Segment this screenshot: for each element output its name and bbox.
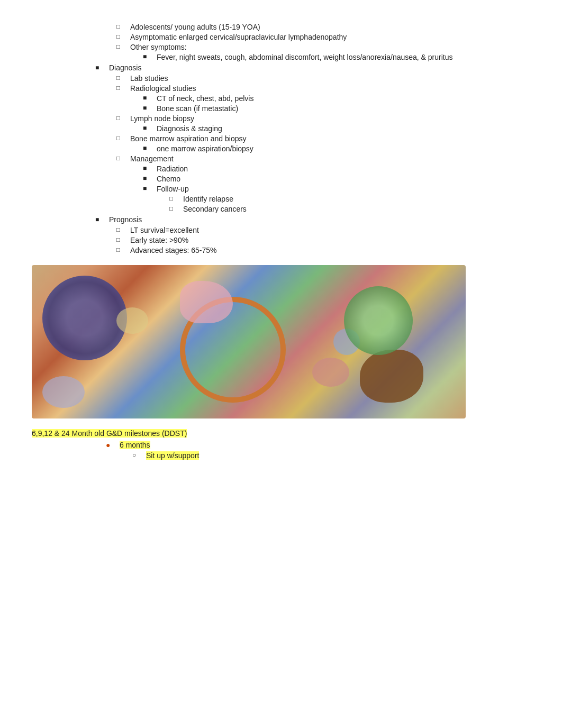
item-text: Management: [130, 154, 530, 163]
bullet-icon: ■: [143, 175, 153, 182]
diagnosis-header: ■ Diagnosis: [32, 63, 530, 72]
sit-up-item: ○ Sit up w/support: [32, 451, 530, 460]
milestones-title: 6,9,12 & 24 Month old G&D milestones (DD…: [32, 429, 530, 438]
bullet-icon: ○: [132, 451, 143, 459]
item-text: LT survival=excellent: [130, 226, 530, 234]
bullet-icon: □: [169, 205, 180, 212]
diagnosis-label: Diagnosis: [109, 63, 530, 72]
item-text: Adolescents/ young adults (15-19 YOA): [130, 23, 530, 31]
bullet-icon: ■: [95, 216, 106, 223]
sit-up-text: Sit up w/support: [146, 451, 530, 460]
bullet-icon: ■: [143, 124, 153, 132]
bullet-icon: □: [116, 154, 127, 162]
bullet-icon: □: [116, 134, 127, 142]
bullet-icon: □: [116, 114, 127, 122]
bullet-icon: ■: [143, 53, 153, 60]
bullet-icon: ●: [106, 441, 116, 449]
bullet-icon: □: [116, 226, 127, 233]
list-item: □ Management: [32, 154, 530, 163]
item-text: Diagnosis & staging: [157, 124, 530, 133]
item-text: Identify relapse: [183, 195, 530, 203]
list-item: □ LT survival=excellent: [32, 226, 530, 234]
list-item: □ Lymph node biopsy: [32, 114, 530, 123]
bullet-icon: ■: [143, 94, 153, 102]
item-text: Chemo: [157, 175, 530, 183]
list-item: ■ Diagnosis & staging: [32, 124, 530, 133]
image-decoration: [360, 350, 423, 403]
list-item: ■ Follow-up: [32, 185, 530, 193]
top-list: □ Adolescents/ young adults (15-19 YOA) …: [32, 23, 530, 61]
list-item: □ Radiological studies: [32, 84, 530, 93]
prognosis-header: ■ Prognosis: [32, 215, 530, 224]
item-text: CT of neck, chest, abd, pelvis: [157, 94, 530, 103]
item-text: Bone scan (if metastatic): [157, 104, 530, 113]
biology-image: [32, 265, 466, 418]
list-item: □ Adolescents/ young adults (15-19 YOA): [32, 23, 530, 31]
list-item: □ Identify relapse: [32, 195, 530, 203]
list-item: □ Asymptomatic enlarged cervical/supracl…: [32, 33, 530, 41]
bullet-icon: ■: [143, 144, 153, 152]
prognosis-section: ■ Prognosis □ LT survival=excellent □ Ea…: [32, 215, 530, 254]
bullet-icon: □: [116, 74, 127, 81]
item-text: Bone marrow aspiration and biopsy: [130, 134, 530, 143]
list-item: ■ CT of neck, chest, abd, pelvis: [32, 94, 530, 103]
list-item: ■ Chemo: [32, 175, 530, 183]
bullet-icon: ■: [143, 165, 153, 172]
bullet-icon: ■: [143, 185, 153, 192]
bullet-icon: □: [116, 33, 127, 40]
item-text: Radiation: [157, 165, 530, 173]
item-text: one marrow aspiration/biopsy: [157, 144, 530, 153]
bullet-icon: □: [116, 236, 127, 243]
item-text: Follow-up: [157, 185, 530, 193]
bullet-icon: □: [116, 246, 127, 253]
bullet-icon: □: [169, 195, 180, 202]
bullet-icon: ■: [143, 104, 153, 112]
six-months-label: 6 months: [120, 441, 530, 449]
list-item: □ Other symptoms:: [32, 43, 530, 51]
bullet-icon: □: [116, 84, 127, 92]
list-item: □ Bone marrow aspiration and biopsy: [32, 134, 530, 143]
diagnosis-section: ■ Diagnosis □ Lab studies □ Radiological…: [32, 63, 530, 213]
item-text: Lab studies: [130, 74, 530, 83]
list-item: □ Early state: >90%: [32, 236, 530, 244]
six-months-item: ● 6 months: [32, 441, 530, 449]
item-text: Asymptomatic enlarged cervical/supraclav…: [130, 33, 530, 41]
list-item: ■ Bone scan (if metastatic): [32, 104, 530, 113]
item-text: Other symptoms:: [130, 43, 530, 51]
bullet-icon: ■: [95, 64, 106, 71]
item-text: Lymph node biopsy: [130, 114, 530, 123]
list-item: □ Lab studies: [32, 74, 530, 83]
list-item: □ Secondary cancers: [32, 205, 530, 213]
item-text: Radiological studies: [130, 84, 530, 93]
item-text: Advanced stages: 65-75%: [130, 246, 530, 254]
bottom-milestones-section: 6,9,12 & 24 Month old G&D milestones (DD…: [32, 429, 530, 460]
list-item: □ Advanced stages: 65-75%: [32, 246, 530, 254]
milestones-title-text: 6,9,12 & 24 Month old G&D milestones (DD…: [32, 429, 187, 438]
image-decoration: [180, 281, 233, 323]
list-item: ■ Fever, night sweats, cough, abdominal …: [32, 53, 530, 61]
list-item: ■ one marrow aspiration/biopsy: [32, 144, 530, 153]
list-item: ■ Radiation: [32, 165, 530, 173]
item-text: Early state: >90%: [130, 236, 530, 244]
item-text: Secondary cancers: [183, 205, 530, 213]
prognosis-label: Prognosis: [109, 215, 530, 224]
bullet-icon: □: [116, 23, 127, 30]
bullet-icon: □: [116, 43, 127, 50]
item-text: Fever, night sweats, cough, abdominal di…: [157, 53, 530, 61]
